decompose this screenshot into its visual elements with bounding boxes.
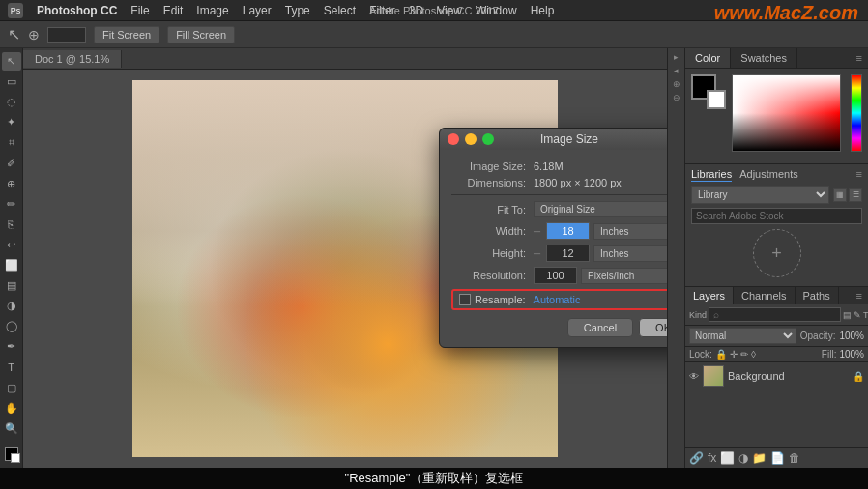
filter-icon-1[interactable]: ▤: [843, 310, 852, 320]
transform-icon[interactable]: ⊕: [28, 27, 40, 43]
ok-button[interactable]: OK: [639, 318, 667, 337]
minimize-button[interactable]: [465, 133, 477, 145]
maximize-button[interactable]: [482, 133, 494, 145]
new-adjustment-button[interactable]: ◑: [738, 451, 748, 465]
zoom-tool[interactable]: 🔍: [2, 419, 21, 438]
options-bar: ↖ ⊕ 100% Fit Screen Fill Screen: [0, 21, 868, 48]
resample-label: Resample:: [475, 294, 526, 305]
heal-tool[interactable]: ⊕: [2, 175, 21, 193]
width-value: ─ Inches: [534, 222, 667, 240]
lock-position-icon[interactable]: ◊: [751, 349, 756, 360]
add-library-button[interactable]: +: [753, 229, 801, 277]
tab-paths[interactable]: Paths: [796, 287, 839, 304]
fill-label: Fill:: [822, 349, 837, 360]
quick-select-tool[interactable]: ✦: [2, 113, 21, 131]
tab-swatches[interactable]: Swatches: [731, 48, 797, 68]
select-tool[interactable]: ▭: [2, 72, 21, 91]
libraries-tabs: Libraries Adjustments ≡: [691, 168, 862, 182]
image-size-row: Image Size: 6.18M ⚙: [451, 159, 667, 172]
crop-tool[interactable]: ⌗: [2, 133, 21, 152]
width-row: Width: ─ Inches: [451, 222, 667, 240]
dodge-tool[interactable]: ◯: [2, 317, 21, 335]
mini-tool-4[interactable]: ⊖: [673, 93, 680, 102]
resolution-input[interactable]: [534, 267, 577, 284]
link-layers-button[interactable]: 🔗: [689, 451, 704, 465]
hue-slider[interactable]: [851, 74, 862, 152]
add-mask-button[interactable]: ⬜: [720, 451, 735, 465]
menu-edit[interactable]: Edit: [163, 4, 184, 17]
blend-mode-select[interactable]: Normal: [689, 328, 796, 344]
tab-libraries[interactable]: Libraries: [691, 168, 732, 182]
fit-to-select[interactable]: Original Size: [534, 201, 667, 217]
resample-checkbox[interactable]: [459, 294, 471, 305]
eraser-tool[interactable]: ⬜: [2, 256, 21, 274]
list-view-icon[interactable]: ☰: [849, 188, 862, 202]
color-picker-gradient[interactable]: [732, 74, 841, 152]
mini-tool-1[interactable]: ▸: [674, 52, 679, 62]
blur-tool[interactable]: ◑: [2, 297, 21, 315]
tab-adjustments[interactable]: Adjustments: [739, 168, 798, 182]
lock-icon[interactable]: 🔒: [715, 349, 727, 360]
menu-select[interactable]: Select: [324, 4, 356, 17]
menu-file[interactable]: File: [130, 4, 149, 17]
library-select[interactable]: Library: [691, 186, 829, 204]
background-color[interactable]: [707, 90, 726, 109]
add-style-button[interactable]: fx: [708, 451, 716, 465]
resolution-unit-select[interactable]: Pixels/Inch: [581, 268, 667, 284]
history-tool[interactable]: ↩: [2, 236, 21, 254]
new-layer-button[interactable]: 📄: [770, 451, 785, 465]
menu-layer[interactable]: Layer: [243, 4, 272, 17]
mini-tool-2[interactable]: ◂: [674, 66, 679, 75]
width-unit-select[interactable]: Inches: [593, 223, 667, 240]
height-value: ─ Inches: [534, 244, 667, 262]
grid-view-icon[interactable]: ▦: [833, 188, 847, 202]
shape-tool[interactable]: ▢: [2, 379, 21, 397]
lasso-tool[interactable]: ◌: [2, 93, 21, 111]
new-group-button[interactable]: 📁: [752, 451, 767, 465]
fg-bg-color[interactable]: [691, 74, 726, 109]
pen-tool[interactable]: ✒: [2, 337, 21, 356]
menu-type[interactable]: Type: [285, 4, 310, 17]
fit-screen-button[interactable]: Fit Screen: [94, 26, 159, 43]
resolution-value: Pixels/Inch: [534, 267, 667, 284]
hand-tool[interactable]: ✋: [2, 399, 21, 417]
move-tool[interactable]: ↖: [2, 52, 21, 71]
lock-label: Lock:: [689, 349, 712, 360]
cancel-button[interactable]: Cancel: [567, 318, 633, 337]
lock-move-icon[interactable]: ✛: [730, 349, 738, 360]
close-button[interactable]: [448, 133, 459, 145]
eyedropper-tool[interactable]: ✐: [2, 154, 21, 172]
gradient-tool[interactable]: ▤: [2, 276, 21, 295]
layers-menu-icon[interactable]: ≡: [851, 287, 868, 304]
panel-menu-icon[interactable]: ≡: [851, 48, 868, 68]
zoom-input[interactable]: 100%: [47, 27, 86, 43]
filter-icon-2[interactable]: ✎: [854, 310, 861, 320]
layer-visibility-icon[interactable]: 👁: [689, 371, 699, 382]
brush-tool[interactable]: ✏: [2, 195, 21, 214]
divider-1: [451, 194, 667, 195]
height-input[interactable]: [546, 244, 590, 262]
tab-channels[interactable]: Channels: [734, 287, 795, 304]
menu-image[interactable]: Image: [196, 4, 228, 17]
libraries-menu-icon[interactable]: ≡: [856, 168, 862, 182]
tab-layers[interactable]: Layers: [685, 287, 734, 304]
type-tool[interactable]: T: [2, 358, 21, 376]
canvas-tab[interactable]: Doc 1 @ 15.1%: [23, 50, 122, 68]
clone-tool[interactable]: ⎘: [2, 216, 21, 234]
fill-screen-button[interactable]: Fill Screen: [167, 26, 235, 43]
delete-layer-button[interactable]: 🗑: [789, 451, 800, 465]
library-search-input[interactable]: [691, 208, 862, 224]
width-input[interactable]: [546, 222, 590, 240]
height-unit-select[interactable]: Inches: [593, 245, 667, 262]
layer-item-background[interactable]: 👁 Background 🔒: [685, 362, 868, 389]
filter-icon-3[interactable]: T: [863, 310, 868, 320]
mini-tool-3[interactable]: ⊕: [673, 79, 680, 89]
color-swatches-area: [691, 74, 862, 152]
fg-color[interactable]: [2, 446, 21, 464]
menu-help[interactable]: Help: [531, 4, 555, 17]
resolution-label: Resolution:: [451, 270, 534, 281]
lock-art-icon[interactable]: ✏: [740, 349, 748, 360]
move-tool-icon[interactable]: ↖: [8, 25, 20, 43]
tab-color[interactable]: Color: [685, 48, 731, 68]
layers-search-input[interactable]: [709, 307, 841, 322]
